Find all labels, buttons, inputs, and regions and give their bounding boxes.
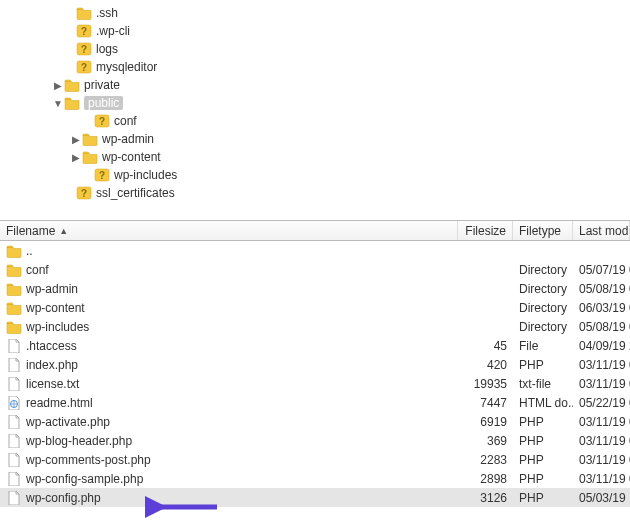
list-row[interactable]: .. xyxy=(0,241,630,260)
folder-icon xyxy=(6,320,22,334)
question-folder-icon xyxy=(76,186,92,200)
tree-item[interactable]: ▶wp-content xyxy=(0,148,630,166)
cell-filesize: 7447 xyxy=(458,396,513,410)
file-list: Filename ▲ Filesize Filetype Last modifi… xyxy=(0,221,630,507)
cell-filetype: Directory xyxy=(513,282,573,296)
list-row[interactable]: wp-adminDirectory05/08/19 00:... xyxy=(0,279,630,298)
header-filename[interactable]: Filename ▲ xyxy=(0,221,458,240)
question-folder-icon xyxy=(94,168,110,182)
list-row[interactable]: index.php420PHP03/11/19 00:... xyxy=(0,355,630,374)
cell-filetype: PHP xyxy=(513,415,573,429)
cell-filetype: HTML do... xyxy=(513,396,573,410)
cell-filetype: Directory xyxy=(513,263,573,277)
cell-filename: conf xyxy=(0,263,458,277)
cell-modified: 03/11/19 00:... xyxy=(573,377,630,391)
tree-item[interactable]: ▶wp-admin xyxy=(0,130,630,148)
cell-filename: wp-content xyxy=(0,301,458,315)
file-name-label: wp-comments-post.php xyxy=(26,453,151,467)
question-folder-icon xyxy=(76,24,92,38)
list-row[interactable]: readme.html7447HTML do...05/22/19 04:... xyxy=(0,393,630,412)
file-name-label: wp-config-sample.php xyxy=(26,472,143,486)
file-name-label: conf xyxy=(26,263,49,277)
php-icon xyxy=(6,415,22,429)
tree-item[interactable]: ▼public xyxy=(0,94,630,112)
list-row[interactable]: wp-config.php3126PHP05/03/19 10:... xyxy=(0,488,630,507)
cell-modified: 05/07/19 04:... xyxy=(573,263,630,277)
file-name-label: wp-activate.php xyxy=(26,415,110,429)
disclosure-icon[interactable]: ▶ xyxy=(52,80,64,91)
list-row[interactable]: wp-comments-post.php2283PHP03/11/19 00:.… xyxy=(0,450,630,469)
tree-item-label: conf xyxy=(114,114,137,128)
list-row[interactable]: wp-blog-header.php369PHP03/11/19 00:... xyxy=(0,431,630,450)
file-name-label: wp-config.php xyxy=(26,491,101,505)
file-icon xyxy=(6,339,22,353)
header-filename-label: Filename xyxy=(6,224,55,238)
cell-filetype: PHP xyxy=(513,472,573,486)
cell-filename: wp-includes xyxy=(0,320,458,334)
tree-item[interactable]: .ssh xyxy=(0,4,630,22)
cell-filesize: 369 xyxy=(458,434,513,448)
tree-item-label: logs xyxy=(96,42,118,56)
question-folder-icon xyxy=(94,114,110,128)
tree-item[interactable]: ssl_certificates xyxy=(0,184,630,202)
disclosure-icon[interactable]: ▼ xyxy=(52,98,64,109)
cell-filename: index.php xyxy=(0,358,458,372)
cell-filename: wp-activate.php xyxy=(0,415,458,429)
disclosure-icon[interactable]: ▶ xyxy=(70,134,82,145)
cell-filename: wp-config-sample.php xyxy=(0,472,458,486)
list-row[interactable]: license.txt19935txt-file03/11/19 00:... xyxy=(0,374,630,393)
cell-filename: wp-blog-header.php xyxy=(0,434,458,448)
tree-item[interactable]: logs xyxy=(0,40,630,58)
cell-filesize: 6919 xyxy=(458,415,513,429)
cell-filesize: 2898 xyxy=(458,472,513,486)
list-row[interactable]: .htaccess45File04/09/19 20:... xyxy=(0,336,630,355)
cell-filetype: Directory xyxy=(513,320,573,334)
folder-icon xyxy=(6,301,22,315)
cell-filesize: 19935 xyxy=(458,377,513,391)
file-name-label: readme.html xyxy=(26,396,93,410)
tree-item[interactable]: wp-includes xyxy=(0,166,630,184)
header-modified[interactable]: Last modified xyxy=(573,221,630,240)
list-row[interactable]: confDirectory05/07/19 04:... xyxy=(0,260,630,279)
php-icon xyxy=(6,491,22,505)
list-row[interactable]: wp-includesDirectory05/08/19 00:... xyxy=(0,317,630,336)
tree-item-label: .wp-cli xyxy=(96,24,130,38)
tree-item[interactable]: conf xyxy=(0,112,630,130)
cell-modified: 03/11/19 00:... xyxy=(573,415,630,429)
tree-item-label: wp-includes xyxy=(114,168,177,182)
header-filetype[interactable]: Filetype xyxy=(513,221,573,240)
header-filesize[interactable]: Filesize xyxy=(458,221,513,240)
folder-icon xyxy=(6,263,22,277)
file-name-label: wp-content xyxy=(26,301,85,315)
file-name-label: .htaccess xyxy=(26,339,77,353)
tree-item-label: private xyxy=(84,78,120,92)
file-icon xyxy=(6,377,22,391)
folder-icon xyxy=(64,78,80,92)
tree-item-label: public xyxy=(84,96,123,110)
tree-item[interactable]: ▶private xyxy=(0,76,630,94)
cell-filesize: 3126 xyxy=(458,491,513,505)
php-icon xyxy=(6,358,22,372)
cell-filename: license.txt xyxy=(0,377,458,391)
sort-asc-icon: ▲ xyxy=(59,226,68,236)
list-row[interactable]: wp-activate.php6919PHP03/11/19 00:... xyxy=(0,412,630,431)
cell-modified: 03/11/19 00:... xyxy=(573,434,630,448)
cell-filename: wp-admin xyxy=(0,282,458,296)
cell-filesize: 45 xyxy=(458,339,513,353)
tree-item[interactable]: mysqleditor xyxy=(0,58,630,76)
cell-filetype: txt-file xyxy=(513,377,573,391)
list-body[interactable]: ..confDirectory05/07/19 04:...wp-adminDi… xyxy=(0,241,630,507)
folder-icon xyxy=(6,282,22,296)
tree-item-label: wp-content xyxy=(102,150,161,164)
cell-filename: wp-config.php xyxy=(0,491,458,505)
list-row[interactable]: wp-contentDirectory06/03/19 00:... xyxy=(0,298,630,317)
folder-tree[interactable]: .ssh.wp-clilogsmysqleditor▶private▼publi… xyxy=(0,0,630,220)
file-name-label: wp-admin xyxy=(26,282,78,296)
disclosure-icon[interactable]: ▶ xyxy=(70,152,82,163)
cell-modified: 05/22/19 04:... xyxy=(573,396,630,410)
question-folder-icon xyxy=(76,42,92,56)
list-header[interactable]: Filename ▲ Filesize Filetype Last modifi… xyxy=(0,221,630,241)
list-row[interactable]: wp-config-sample.php2898PHP03/11/19 00:.… xyxy=(0,469,630,488)
tree-item[interactable]: .wp-cli xyxy=(0,22,630,40)
cell-filetype: PHP xyxy=(513,358,573,372)
